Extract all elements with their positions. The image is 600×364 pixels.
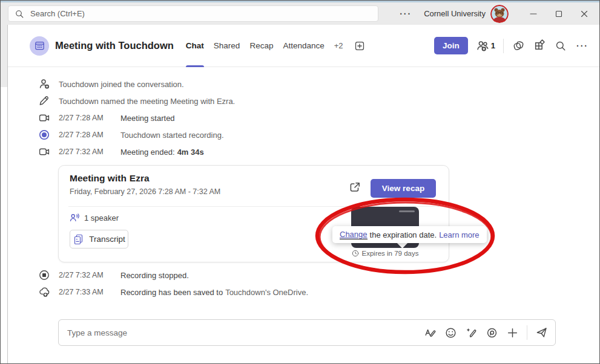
expiration-tooltip: Change the expiration date. Learn more — [332, 226, 487, 243]
event-row: 2/27 7:28 AM Touchdown started recording… — [38, 126, 587, 143]
view-recap-label: View recap — [382, 184, 424, 193]
expiration-info[interactable]: Expires in 79 days — [334, 250, 436, 257]
video-camera-icon — [38, 112, 50, 124]
card-title-prefix: Meeting with — [70, 173, 127, 183]
record-icon — [38, 129, 50, 141]
send-button[interactable] — [535, 327, 548, 339]
event-text: Recording stopped. — [120, 271, 189, 280]
expiration-label: Expires in 79 days — [362, 250, 419, 257]
event-text: Touchdown joined the conversation. — [59, 80, 184, 89]
event-text: Recording has been saved toTouchdown's O… — [120, 288, 308, 297]
loop-icon — [486, 327, 498, 339]
titlebar-more-icon[interactable]: ··· — [394, 9, 418, 19]
search-icon — [15, 9, 24, 19]
event-text: Touchdown named the meeting Meeting with… — [59, 97, 235, 106]
meeting-duration: 4m 34s — [177, 148, 204, 157]
apps-button[interactable] — [533, 39, 546, 53]
clock-icon — [352, 250, 359, 257]
message-compose-box: Type a message — [58, 319, 556, 346]
card-datetime: Friday, February 27, 2026 7:28 AM - 7:32… — [70, 187, 220, 196]
header-divider — [503, 39, 504, 53]
search-input[interactable]: Search (Ctrl+E) — [8, 5, 378, 22]
event-timestamp: 2/27 7:33 AM — [59, 288, 112, 296]
transcript-label: Transcript — [89, 235, 125, 244]
event-timestamp: 2/27 7:28 AM — [59, 114, 112, 122]
close-icon — [580, 10, 588, 18]
attach-more-button[interactable] — [506, 327, 519, 339]
video-camera-icon — [38, 146, 50, 158]
learn-more-link[interactable]: Learn more — [439, 230, 479, 239]
meeting-recap-card: Meeting withEzra Friday, February 27, 20… — [58, 165, 449, 262]
event-row: 2/27 7:32 AM Recording stopped. — [38, 267, 587, 284]
org-name[interactable]: Cornell University — [424, 9, 486, 18]
share-icon — [348, 181, 361, 194]
tab-attendance[interactable]: Attendance — [283, 25, 324, 67]
event-text: Meeting started — [120, 114, 175, 123]
people-add-icon — [476, 39, 489, 53]
cloud-upload-icon — [38, 286, 50, 298]
event-row: Touchdown named the meeting Meeting with… — [38, 93, 587, 109]
join-button[interactable]: Join — [434, 37, 468, 54]
maximize-button[interactable] — [550, 5, 568, 23]
minimize-icon — [529, 10, 538, 18]
speaker-icon — [69, 212, 80, 223]
search-placeholder: Search (Ctrl+E) — [30, 9, 85, 18]
add-tab-button[interactable] — [353, 39, 366, 53]
card-title-name: Ezra — [130, 173, 150, 183]
add-tab-icon — [354, 41, 365, 51]
view-recap-button[interactable]: View recap — [371, 179, 436, 198]
loop-component-button[interactable] — [486, 327, 498, 339]
header-search-button[interactable] — [554, 39, 567, 53]
plus-icon — [506, 327, 519, 339]
close-button[interactable] — [575, 5, 593, 23]
format-button[interactable] — [424, 327, 437, 339]
join-label: Join — [443, 41, 460, 50]
calendar-icon — [34, 40, 45, 51]
transcript-icon — [73, 233, 85, 245]
event-list-top: Touchdown joined the conversation. Touch… — [38, 76, 587, 160]
event-text: Touchdown started recording. — [120, 131, 224, 140]
search-icon — [555, 40, 567, 52]
copilot-button[interactable] — [512, 39, 525, 53]
avatar[interactable] — [490, 5, 509, 23]
event-row: 2/27 7:28 AM Meeting started — [38, 109, 587, 126]
participants-button[interactable]: 1 — [476, 39, 495, 53]
copilot-icon — [512, 39, 525, 52]
minimize-button[interactable] — [524, 5, 542, 23]
sparkle-pen-icon — [465, 327, 478, 339]
tab-chat[interactable]: Chat — [186, 25, 204, 67]
participant-count: 1 — [491, 41, 495, 50]
emoji-icon — [444, 327, 457, 339]
event-text-main: Recording has been saved to — [120, 288, 223, 297]
maximize-icon — [555, 10, 563, 18]
teams-window: Search (Ctrl+E) ··· Cornell University — [0, 0, 600, 364]
header-more-icon[interactable]: ··· — [575, 41, 590, 51]
event-row: 2/27 7:32 AM Meeting ended:4m 34s — [38, 143, 587, 160]
emoji-button[interactable] — [444, 327, 457, 339]
transcript-button[interactable]: Transcript — [70, 230, 128, 249]
change-link[interactable]: Change — [340, 230, 368, 239]
tabs-overflow[interactable]: +2 — [334, 41, 343, 50]
event-timestamp: 2/27 7:32 AM — [59, 271, 112, 279]
meeting-header: Meeting with Touchdown Chat Shared Recap… — [8, 25, 599, 67]
rewrite-button[interactable] — [465, 327, 478, 339]
thumbnail-watermark — [399, 210, 415, 212]
person-add-icon — [38, 78, 50, 90]
tab-recap[interactable]: Recap — [249, 25, 273, 67]
tooltip-text: the expiration date. — [370, 230, 437, 239]
card-title: Meeting withEzra — [70, 173, 150, 184]
share-button[interactable] — [348, 181, 363, 195]
event-row: 2/27 7:33 AM Recording has been saved to… — [38, 284, 587, 301]
onedrive-target: Touchdown's OneDrive. — [225, 288, 308, 297]
tab-shared[interactable]: Shared — [214, 25, 240, 67]
event-timestamp: 2/27 7:28 AM — [59, 131, 112, 139]
bear-avatar-icon — [490, 5, 509, 23]
event-timestamp: 2/27 7:32 AM — [59, 148, 112, 156]
event-list-bottom: 2/27 7:32 AM Recording stopped. 2/27 7:3… — [38, 267, 587, 301]
event-text-main: Meeting ended: — [120, 148, 175, 157]
speaker-count: 1 speaker — [84, 213, 119, 223]
message-input[interactable]: Type a message — [67, 328, 424, 337]
event-row: Touchdown joined the conversation. — [38, 76, 587, 93]
send-icon — [535, 326, 548, 339]
compose-divider — [527, 325, 527, 340]
